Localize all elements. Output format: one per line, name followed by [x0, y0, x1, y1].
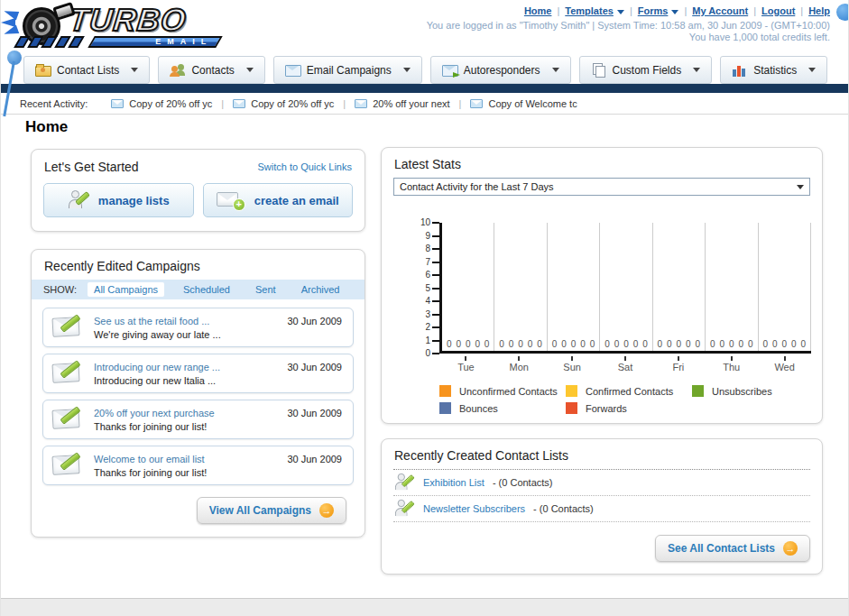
- credits-text: You have 1,000 total credits left.: [689, 32, 830, 42]
- custom-fields-pages-icon: [591, 63, 606, 77]
- recent-activity-bar: Recent Activity: Copy of 20% off yc|Copy…: [1, 93, 848, 115]
- campaign-list: See us at the retail food ... We're givi…: [32, 299, 365, 485]
- autoresponders-envelope-icon: [442, 63, 457, 77]
- envelope-pencil-icon: [52, 407, 85, 432]
- y-tick-label: 5: [425, 284, 430, 293]
- tab-contact-lists[interactable]: Contact Lists: [23, 56, 150, 84]
- campaign-row[interactable]: Introducing our new range ... Introducin…: [42, 354, 354, 393]
- legend-swatch: [439, 402, 451, 414]
- value-label: 0: [466, 339, 471, 349]
- contact-list-row[interactable]: Exhibition List - (0 Contacts): [393, 470, 810, 496]
- dropdown-value: Contact Activity for the Last 7 Days: [400, 181, 554, 192]
- campaign-row[interactable]: Welcome to our email list Thanks for joi…: [42, 446, 354, 485]
- campaign-row[interactable]: 20% off your next purchase Thanks for jo…: [42, 400, 354, 439]
- contact-activity-chart: 109876543210 000000000000000000000000000…: [439, 223, 811, 354]
- envelope-pencil-icon: [52, 361, 85, 386]
- person-pencil-icon: [68, 190, 89, 210]
- x-axis-labels: TueMonSunSatFriThuWed: [439, 356, 811, 372]
- legend-item: Unconfirmed Contacts: [439, 385, 566, 397]
- logo-speed-dashes: [14, 36, 85, 48]
- campaign-filter-bar: SHOW: All CampaignsScheduledSentArchived: [32, 280, 365, 299]
- header-link-help[interactable]: Help: [808, 5, 830, 16]
- campaign-date: 30 Jun 2009: [287, 454, 342, 464]
- tab-custom-fields[interactable]: Custom Fields: [579, 56, 713, 84]
- recent-activity-item[interactable]: 20% off your next: [346, 98, 458, 109]
- tab-label: Custom Fields: [613, 64, 682, 77]
- recent-activity-item[interactable]: Copy of Welcome tc: [461, 98, 586, 109]
- value-label: 0: [590, 339, 595, 349]
- create-an-email-button[interactable]: create an email: [203, 183, 354, 217]
- tab-email-campaigns[interactable]: Email Campaigns: [273, 56, 422, 84]
- filter-all-campaigns[interactable]: All Campaigns: [88, 282, 164, 297]
- legend-item: Confirmed Contacts: [566, 385, 692, 397]
- y-tick-label: 1: [425, 336, 430, 345]
- legend-item: Bounces: [439, 402, 566, 414]
- value-label: 0: [762, 339, 768, 349]
- contact-list-link[interactable]: Newsletter Subscribers: [423, 503, 525, 514]
- filter-sent[interactable]: Sent: [249, 282, 282, 297]
- stats-period-dropdown[interactable]: Contact Activity for the Last 7 Days: [393, 178, 810, 196]
- value-label: 0: [518, 339, 523, 349]
- campaign-subtitle: We're giving away our late ...: [94, 329, 344, 340]
- value-label: 0: [561, 339, 567, 349]
- value-label: 0: [580, 339, 586, 349]
- see-all-contact-lists-button[interactable]: See All Contact Lists: [655, 535, 810, 562]
- section-title: Let's Get Started: [44, 160, 139, 174]
- value-label: 0: [729, 339, 734, 349]
- x-tick-label: Tue: [439, 356, 493, 372]
- tab-autoresponders[interactable]: Autoresponders: [430, 56, 571, 84]
- envelope-plus-icon: [217, 191, 245, 209]
- header-link-templates[interactable]: Templates: [565, 5, 624, 16]
- contact-list-link[interactable]: Exhibition List: [423, 477, 484, 488]
- legend-swatch: [439, 385, 451, 397]
- separator: |: [800, 5, 803, 16]
- campaign-row[interactable]: See us at the retail food ... We're givi…: [42, 308, 354, 347]
- chevron-down-icon: [552, 68, 559, 72]
- view-all-campaigns-button[interactable]: View All Campaigns: [197, 497, 346, 524]
- get-started-buttons: manage listscreate an email: [32, 174, 365, 226]
- person-pencil-icon: [394, 500, 414, 518]
- header-link-my-account[interactable]: My Account: [692, 5, 748, 16]
- activity-text: Copy of 20% off yc: [129, 98, 212, 109]
- filter-archived[interactable]: Archived: [295, 282, 346, 297]
- header-link-forms[interactable]: Forms: [638, 5, 679, 16]
- contact-list-row[interactable]: Newsletter Subscribers - (0 Contacts): [393, 496, 810, 522]
- tab-contacts[interactable]: Contacts: [158, 56, 264, 84]
- logo-brand-text: TURBO: [68, 2, 189, 38]
- show-label: SHOW:: [43, 284, 77, 295]
- recent-activity-item[interactable]: Copy of 20% off yc: [102, 98, 221, 109]
- help-bubble-icon[interactable]: [836, 4, 849, 21]
- arrow-icon: [783, 541, 798, 556]
- plot-area: 00000000000000000000000000000000000: [439, 223, 811, 354]
- chart-category-group: 00000: [494, 223, 547, 351]
- y-tick-label: 2: [425, 323, 430, 332]
- person-pencil-icon: [394, 473, 414, 492]
- legend-label: Forwards: [586, 403, 627, 414]
- campaign-subtitle: Introducing our new Italia ...: [94, 375, 344, 386]
- value-label: 0: [528, 339, 533, 349]
- y-tick-label: 9: [425, 232, 430, 241]
- tab-label: Statistics: [753, 64, 797, 77]
- value-label: 0: [772, 339, 778, 349]
- section-title: Latest Stats: [382, 148, 822, 178]
- chart-category-group: 00000: [653, 223, 706, 351]
- chevron-down-icon: [693, 68, 700, 72]
- chart-category-group: 00000: [600, 223, 652, 351]
- recent-activity-items: Copy of 20% off yc|Copy of 20% off yc|20…: [102, 98, 586, 109]
- value-label: 0: [571, 339, 577, 349]
- header-link-home[interactable]: Home: [524, 5, 552, 16]
- chevron-down-icon: [797, 185, 804, 189]
- tab-statistics[interactable]: Statistics: [720, 56, 827, 84]
- recent-activity-item[interactable]: Copy of 20% off yc: [224, 98, 343, 109]
- contact-lists: Exhibition List - (0 Contacts) Newslette…: [393, 470, 810, 522]
- tab-label: Contacts: [191, 64, 234, 77]
- switch-to-quick-links[interactable]: Switch to Quick Links: [257, 161, 352, 172]
- value-label: 0: [509, 339, 514, 349]
- header-link-logout[interactable]: Logout: [761, 5, 795, 16]
- campaign-filters: All CampaignsScheduledSentArchived: [88, 282, 346, 297]
- legend-swatch: [566, 385, 577, 397]
- x-tick-label: Sat: [599, 356, 652, 372]
- y-axis: 109876543210: [407, 223, 439, 354]
- filter-scheduled[interactable]: Scheduled: [177, 282, 236, 297]
- manage-lists-button[interactable]: manage lists: [43, 183, 194, 217]
